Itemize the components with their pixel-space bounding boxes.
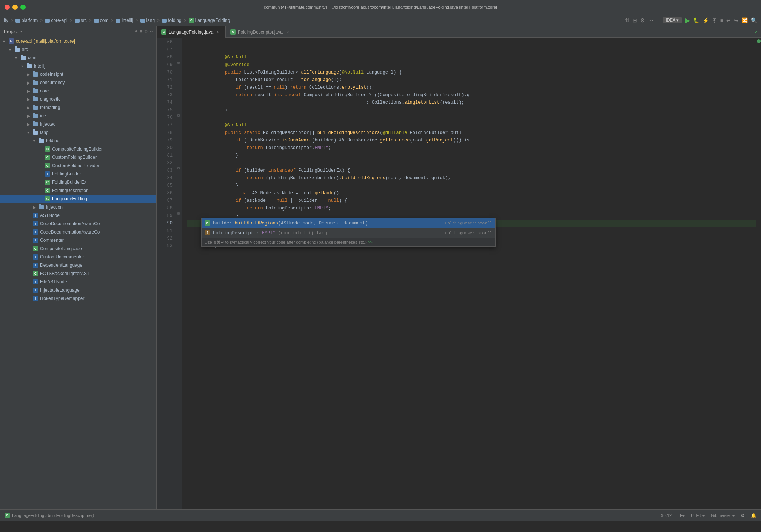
tree-item-code-doc-aware-1[interactable]: I CodeDocumentationAwareCo — [0, 220, 156, 228]
ac-main-1: builder.buildFoldRegions(ASTNode node, D… — [213, 221, 368, 226]
autocomplete-item-2[interactable]: f FoldingDescriptor.EMPTY (com.intellij.… — [202, 228, 495, 238]
tree-root[interactable]: ▾ M core-api [intellij.platform.core] — [0, 37, 156, 45]
toolbar-settings-icon[interactable]: ⚙ — [640, 17, 645, 23]
tree-label-CodeDocumentationAwareCo-1: CodeDocumentationAwareCo — [40, 221, 100, 226]
tree-item-injection[interactable]: ▶ injection — [0, 203, 156, 211]
status-settings-icon[interactable]: ⚙ — [741, 513, 745, 518]
tree-item-formatting[interactable]: ▶ formatting — [0, 103, 156, 112]
tree-item-ITokenTypeRemapper[interactable]: I ITokenTypeRemapper — [0, 294, 156, 303]
tree-item-src[interactable]: ▾ src — [0, 45, 156, 54]
toolbar-vcs-icon[interactable]: 🔀 — [741, 17, 748, 23]
breadcrumb-com[interactable]: com — [94, 18, 109, 23]
code-line-68: @Override — [187, 54, 756, 61]
tree-arrow-root: ▾ — [3, 39, 8, 43]
tree-item-Commenter[interactable]: I Commenter — [0, 236, 156, 244]
close-button[interactable] — [5, 5, 10, 10]
sidebar-settings-icon[interactable]: ⚙ — [145, 29, 148, 34]
tree-item-CustomUncommenter[interactable]: I CustomUncommenter — [0, 253, 156, 261]
tree-item-codeInsight[interactable]: ▶ codeInsight — [0, 70, 156, 78]
sidebar-collapse-icon[interactable]: ⊟ — [140, 29, 142, 34]
tree-item-folding-descriptor[interactable]: C FoldingDescriptor — [0, 186, 156, 195]
tree-item-com[interactable]: ▾ com — [0, 54, 156, 62]
autocomplete-popup[interactable]: C builder.buildFoldRegions(ASTNode node,… — [201, 218, 496, 247]
tree-label-formatting: formatting — [40, 105, 60, 110]
right-bar-ok-indicator — [757, 39, 761, 43]
title-bar: community [~/ultimate/community] - .../p… — [0, 0, 761, 14]
tree-item-FileASTNode[interactable]: I FileASTNode — [0, 278, 156, 286]
tree-item-concurrency[interactable]: ▶ concurrency — [0, 78, 156, 87]
tree-item-composite-folding-builder[interactable]: C CompositeFoldingBuilder — [0, 145, 156, 153]
tree-root-label: core-api [intellij.platform.core] — [16, 38, 75, 44]
tree-item-ide[interactable]: ▶ ide — [0, 112, 156, 120]
toolbar-search-icon[interactable]: 🔍 — [751, 17, 757, 23]
breadcrumb-core-api[interactable]: core-api — [45, 18, 67, 23]
breadcrumb-lang[interactable]: lang — [140, 18, 155, 23]
status-encoding[interactable]: UTF-8÷ — [691, 513, 705, 518]
code-line-74: } — [187, 99, 756, 106]
minimize-button[interactable] — [12, 5, 18, 10]
toolbar-dots-icon[interactable]: ⋯ — [648, 17, 653, 23]
code-editor[interactable]: 66 67 68 69 70 71 72 73 74 75 76 77 78 7… — [157, 38, 761, 509]
toolbar-run-icon[interactable]: ▶ — [685, 16, 690, 25]
toolbar-idea-label[interactable]: IDEA ▾ — [663, 17, 682, 23]
sidebar-locate-icon[interactable]: ⊕ — [135, 29, 137, 34]
breadcrumb-city[interactable]: ity — [4, 18, 8, 23]
tree-item-diagnostic[interactable]: ▶ diagnostic — [0, 95, 156, 103]
toolbar-profile-icon[interactable]: ⚡ — [702, 17, 709, 23]
tree-item-lang[interactable]: ▾ lang — [0, 128, 156, 137]
tree-item-InjectableLanguage[interactable]: I InjectableLanguage — [0, 286, 156, 294]
module-icon: M — [8, 38, 14, 44]
maximize-button[interactable] — [20, 5, 26, 10]
toolbar-coverage-icon[interactable]: ⛨ — [712, 17, 717, 23]
code-content[interactable]: @NotNull @Override public List<FoldingBu… — [182, 38, 756, 509]
tree-item-folding-builder[interactable]: I FoldingBuilder — [0, 170, 156, 178]
toolbar-sync-icon[interactable]: ⇅ — [625, 17, 630, 23]
status-position[interactable]: 90:12 — [661, 513, 672, 518]
tab-folding-descriptor[interactable]: C FoldingDescriptor.java × — [226, 26, 295, 38]
breadcrumb-folding[interactable]: folding — [162, 18, 181, 23]
code-line-70: FoldingBuilder result = forLanguage(l); — [187, 69, 756, 76]
sidebar-more-icon[interactable]: ⋯ — [150, 29, 153, 34]
toolbar-back-icon[interactable]: ↩ — [726, 17, 731, 23]
tree-label-FoldingBuilderEx: FoldingBuilderEx — [52, 180, 86, 185]
tree-item-FCTSBackedLighterAST[interactable]: C FCTSBackedLighterAST — [0, 269, 156, 278]
tree-item-custom-folding-builder[interactable]: C CustomFoldingBuilder — [0, 153, 156, 161]
tab-close-language-folding[interactable]: × — [216, 29, 221, 35]
line-numbers: 66 67 68 69 70 71 72 73 74 75 76 77 78 7… — [157, 38, 176, 509]
sidebar-dropdown-icon[interactable]: ▾ — [20, 29, 22, 34]
tree-item-CompositeLanguage[interactable]: C CompositeLanguage — [0, 244, 156, 253]
status-vcs[interactable]: Git: master ÷ — [711, 513, 735, 518]
breadcrumb-intellij[interactable]: intellij — [116, 18, 133, 23]
tab-language-folding[interactable]: C LanguageFolding.java × — [157, 26, 226, 38]
breadcrumb-src[interactable]: src — [75, 18, 87, 23]
toolbar-forward-icon[interactable]: ↪ — [734, 17, 738, 23]
tree-item-injected[interactable]: ▶ injected — [0, 120, 156, 128]
tree-item-code-doc-aware-2[interactable]: I CodeDocumentationAwareCo — [0, 228, 156, 236]
tree-label-FoldingDescriptor: FoldingDescriptor — [52, 188, 88, 193]
breadcrumb-languagefolding[interactable]: C LanguageFolding — [189, 18, 230, 23]
status-breadcrumb: C LanguageFolding › buildFoldingDescript… — [5, 513, 655, 518]
tree-item-language-folding[interactable]: C LanguageFolding — [0, 195, 156, 203]
tree-item-DependentLanguage[interactable]: I DependentLanguage — [0, 261, 156, 269]
tab-icon-language-folding: C — [161, 29, 166, 35]
toolbar-collapse-icon[interactable]: ⊟ — [633, 17, 637, 23]
status-notifications-icon[interactable]: 🔔 — [751, 513, 756, 518]
tree-item-folding-builder-ex[interactable]: C FoldingBuilderEx — [0, 178, 156, 186]
tree-item-intellij[interactable]: ▾ intellij — [0, 62, 156, 70]
code-line-67: @NotNull — [187, 46, 756, 54]
fold-gutter: ⊟ ⊟ ⊟ ⊟ — [176, 38, 182, 509]
toolbar-more-icon[interactable]: ≡ — [720, 17, 723, 23]
status-line-separator[interactable]: LF÷ — [678, 513, 685, 518]
breadcrumb-platform[interactable]: platform — [15, 18, 38, 23]
tree-item-ASTNode[interactable]: I ASTNode — [0, 211, 156, 220]
traffic-lights — [5, 5, 26, 10]
tree-item-custom-folding-provider[interactable]: C CustomFoldingProvider — [0, 161, 156, 170]
folder-icon — [116, 19, 120, 23]
ac-icon-2: f — [205, 230, 211, 236]
toolbar-debug-icon[interactable]: 🐛 — [693, 17, 699, 23]
tab-close-folding-descriptor[interactable]: × — [285, 29, 290, 35]
tree-item-core[interactable]: ▶ core — [0, 87, 156, 95]
tree-item-folding[interactable]: ▾ folding — [0, 137, 156, 145]
tree-label-diagnostic: diagnostic — [40, 97, 60, 102]
autocomplete-item-1[interactable]: C builder.buildFoldRegions(ASTNode node,… — [202, 218, 495, 228]
